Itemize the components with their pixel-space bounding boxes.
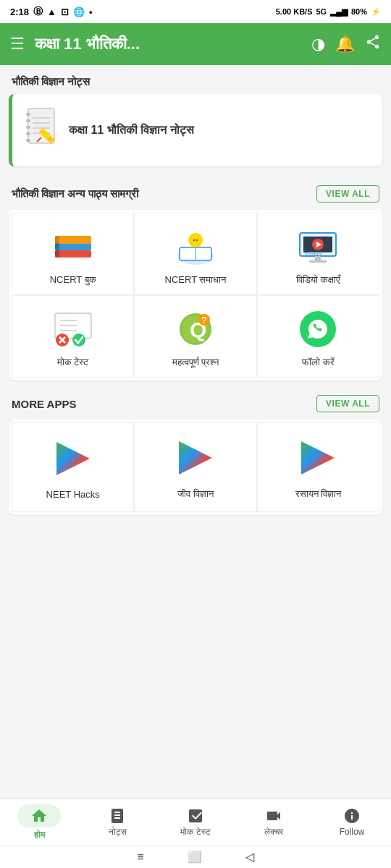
grid-item-video-classes[interactable]: E=mc² विडियो कक्षाएँ (257, 213, 379, 295)
biology-label: जीव विज्ञान (177, 488, 214, 500)
svg-text:?: ? (201, 315, 207, 326)
status-dot: • (89, 7, 93, 17)
app-bar: ☰ कक्षा 11 भौतिकी... ◑ 🔔 (0, 23, 391, 65)
apps-view-all-button[interactable]: VIEW ALL (316, 395, 379, 412)
ncert-book-label: NCERT बुक (50, 274, 96, 286)
subjects-section-header: भौतिकी विज्ञान अन्य पाठ्य सामग्री VIEW A… (0, 178, 391, 210)
status-bar: 2:18 Ⓑ ▲ ⊡ 🌐 • 5.00 KB/S 5G ▂▄▆ 80% ⚡ (0, 0, 391, 23)
nav-notes-label: नोट्स (109, 827, 127, 837)
nav-lecture-label: लेक्चर (264, 827, 283, 837)
apps-section-header: MORE APPS VIEW ALL (0, 388, 391, 420)
system-nav-bar: ≡ ⬜ ◁ (0, 845, 391, 868)
grid-row-2: मोक टेस्ट Q ? महत्वपूर्ण प्र (12, 295, 379, 378)
ncert-book-icon (48, 225, 98, 268)
status-cast-icon: ⊡ (61, 7, 69, 17)
status-time: 2:18 (10, 7, 29, 17)
system-back-icon[interactable]: ◁ (245, 850, 254, 864)
apps-grid: NEET Hacks (9, 420, 382, 515)
system-home-icon[interactable]: ⬜ (188, 850, 202, 864)
mock-test-icon (48, 307, 98, 351)
subjects-grid: NCERT बुक (9, 210, 382, 380)
status-location-icon: ▲ (47, 7, 56, 17)
svg-rect-13 (55, 250, 91, 258)
follow-label: फॉलो करें (302, 357, 335, 368)
nav-item-home[interactable]: होम (0, 799, 78, 845)
nav-follow-label: Follow (340, 827, 365, 837)
nav-item-follow[interactable]: Follow (313, 799, 391, 845)
important-questions-label: महत्वपूर्ण प्रश्न (172, 357, 219, 368)
notes-icon (109, 807, 126, 825)
important-questions-icon: Q ? (170, 307, 221, 351)
grid-item-mock-test[interactable]: मोक टेस्ट (12, 295, 134, 378)
grid-item-ncert-solutions[interactable]: NCERT समाधान (134, 213, 256, 295)
nav-home-label: होम (34, 830, 45, 840)
svg-marker-48 (179, 441, 212, 475)
svg-rect-5 (26, 139, 30, 142)
app-chemistry[interactable]: रसायन विज्ञान (257, 422, 379, 512)
neet-play-icon (53, 438, 93, 482)
chemistry-label: रसायन विज्ञान (295, 488, 342, 500)
svg-rect-1 (26, 113, 30, 116)
nav-mock-label: मोक टेस्ट (180, 827, 210, 837)
mock-test-label: मोक टेस्ट (57, 357, 89, 368)
video-classes-label: विडियो कक्षाएँ (296, 274, 340, 286)
system-menu-icon[interactable]: ≡ (137, 851, 143, 864)
notebook-icon (22, 107, 59, 153)
notes-section-label: भौतिकी विज्ञान नोट्स (0, 65, 391, 94)
grid-item-important-questions[interactable]: Q ? महत्वपूर्ण प्रश्न (134, 295, 256, 378)
app-neet-hacks[interactable]: NEET Hacks (12, 422, 134, 512)
status-signal-bars: ▂▄▆ (330, 7, 348, 17)
notes-card[interactable]: कक्षा 11 भौतिकी विज्ञान नोट्स (9, 94, 382, 166)
svg-rect-30 (315, 256, 321, 260)
svg-rect-15 (55, 236, 91, 244)
theme-icon[interactable]: ◑ (311, 35, 325, 54)
subjects-view-all-button[interactable]: VIEW ALL (316, 185, 379, 203)
follow-nav-icon (343, 807, 361, 825)
app-bar-title: कक्षा 11 भौतिकी... (35, 35, 301, 54)
status-charge-icon: ⚡ (371, 7, 381, 17)
biology-play-icon (175, 438, 216, 481)
svg-marker-49 (301, 441, 335, 475)
svg-rect-31 (309, 260, 327, 263)
svg-rect-3 (26, 126, 30, 129)
app-biology[interactable]: जीव विज्ञान (134, 422, 256, 512)
apps-row: NEET Hacks (12, 422, 379, 512)
grid-item-follow[interactable]: फॉलो करें (257, 295, 379, 378)
lecture-icon (265, 807, 282, 825)
video-classes-icon: E=mc² (293, 225, 343, 268)
nav-item-mock-test[interactable]: मोक टेस्ट (156, 799, 235, 845)
svg-rect-14 (55, 243, 91, 250)
svg-rect-4 (26, 132, 30, 135)
subjects-section-title: भौतिकी विज्ञान अन्य पाठ्य सामग्री (12, 187, 138, 200)
neet-hacks-label: NEET Hacks (46, 489, 100, 500)
home-icon (17, 804, 61, 827)
whatsapp-icon (293, 307, 343, 351)
grid-row-1: NCERT बुक (12, 213, 379, 295)
status-battery: 80% (351, 7, 367, 16)
notes-card-text: कक्षा 11 भौतिकी विज्ञान नोट्स (69, 124, 194, 137)
status-network-speed: 5.00 KB/S (276, 7, 313, 16)
ncert-solutions-icon (170, 225, 221, 268)
apps-section-title: MORE APPS (12, 398, 76, 410)
share-icon[interactable] (365, 34, 381, 54)
nav-item-notes[interactable]: नोट्स (78, 799, 156, 845)
svg-point-40 (72, 333, 85, 346)
svg-rect-2 (26, 119, 30, 122)
status-b-icon: Ⓑ (33, 5, 43, 18)
nav-item-lecture[interactable]: लेक्चर (235, 799, 313, 845)
ncert-solutions-label: NCERT समाधान (165, 274, 227, 286)
mock-test-nav-icon (187, 807, 204, 825)
menu-icon[interactable]: ☰ (10, 35, 25, 54)
chemistry-play-icon (298, 438, 338, 481)
notification-icon[interactable]: 🔔 (335, 35, 355, 54)
svg-rect-17 (55, 243, 59, 250)
content-area: भौतिकी विज्ञान नोट्स (0, 65, 391, 580)
status-globe-icon: 🌐 (73, 7, 85, 17)
status-5g: 5G (316, 7, 327, 16)
svg-marker-47 (56, 442, 90, 475)
grid-item-ncert-book[interactable]: NCERT बुक (12, 213, 134, 295)
svg-rect-18 (55, 250, 59, 258)
bottom-nav: होम नोट्स मोक टेस्ट लेक्चर (0, 799, 391, 845)
